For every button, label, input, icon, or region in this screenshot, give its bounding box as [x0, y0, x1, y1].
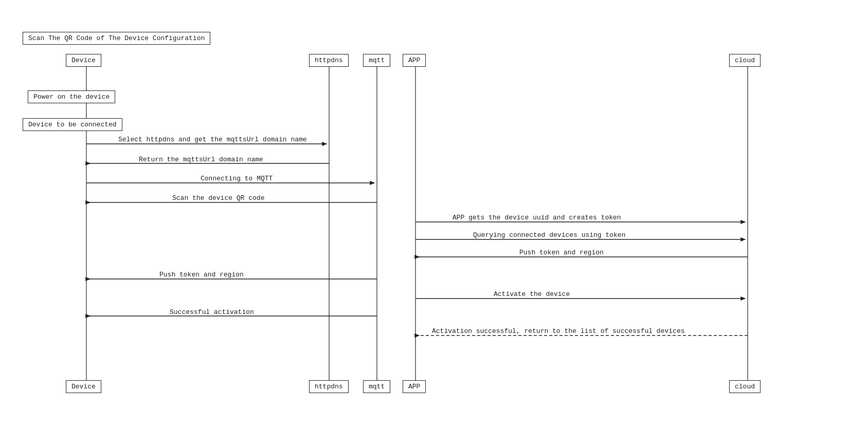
- msg-6: Querying connected devices using token: [473, 231, 625, 239]
- note-connect: Device to be connected: [23, 118, 122, 131]
- actor-httpdns-top: httpdns: [309, 54, 349, 67]
- msg-8: Push token and region: [159, 271, 244, 278]
- msg-4: Scan the device QR code: [172, 194, 264, 202]
- actor-app-top: APP: [403, 54, 426, 67]
- actor-cloud-bottom: cloud: [729, 380, 761, 393]
- actor-httpdns-bottom: httpdns: [309, 380, 349, 393]
- actor-device-top: Device: [66, 54, 101, 67]
- actor-cloud-top: cloud: [729, 54, 761, 67]
- msg-7: Push token and region: [519, 249, 604, 256]
- msg-10: Successful activation: [170, 308, 254, 316]
- msg-11: Activation successful, return to the lis…: [432, 327, 684, 335]
- actor-app-bottom: APP: [403, 380, 426, 393]
- note-power: Power on the device: [28, 90, 115, 103]
- actor-mqtt-bottom: mqtt: [363, 380, 390, 393]
- msg-1: Select httpdns and get the mqttsUrl doma…: [118, 136, 307, 143]
- actor-mqtt-top: mqtt: [363, 54, 390, 67]
- msg-3: Connecting to MQTT: [201, 175, 273, 182]
- actor-device-bottom: Device: [66, 380, 101, 393]
- msg-9: Activate the device: [494, 290, 570, 298]
- header-note: Scan The QR Code of The Device Configura…: [23, 32, 210, 45]
- msg-2: Return the mqttsUrl domain name: [139, 156, 263, 163]
- sequence-diagram: Scan The QR Code of The Device Configura…: [0, 0, 868, 447]
- msg-5: APP gets the device uuid and creates tok…: [453, 214, 621, 221]
